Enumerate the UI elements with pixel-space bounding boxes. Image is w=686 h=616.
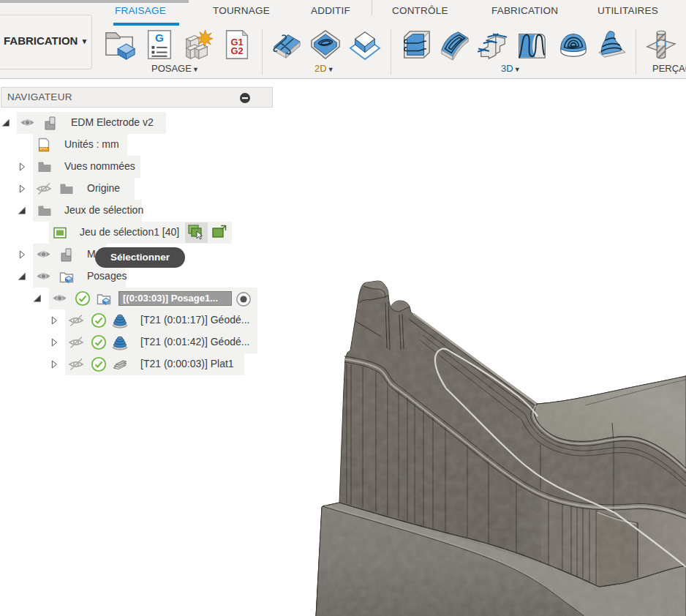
svg-text:G: G bbox=[155, 31, 164, 44]
svg-text:G2: G2 bbox=[230, 45, 243, 56]
